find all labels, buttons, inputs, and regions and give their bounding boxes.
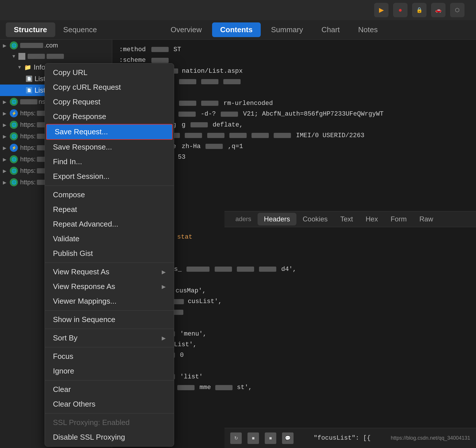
tab-contents[interactable]: Contents	[212, 22, 261, 37]
submenu-arrow: ▶	[162, 269, 166, 275]
json-bottom-text: "focusList": [{	[314, 434, 371, 442]
tab-overview[interactable]: Overview	[163, 22, 210, 37]
menu-disable-ssl[interactable]: Disable SSL Proxying	[45, 430, 174, 445]
tab-headers-active[interactable]: Headers	[258, 213, 296, 225]
submenu-arrow: ▶	[162, 335, 166, 341]
list-item[interactable]: ▼	[0, 51, 112, 62]
menu-copy-response[interactable]: Copy Response	[45, 109, 174, 124]
tab-hex[interactable]: Hex	[359, 213, 384, 225]
blue-icon: ⚡	[10, 109, 18, 117]
menu-separator	[45, 185, 174, 186]
globe-icon: 🌐	[10, 41, 18, 49]
blue-icon: ⚡	[10, 144, 18, 152]
tab-text[interactable]: Text	[334, 213, 359, 225]
menu-compose[interactable]: Compose	[45, 187, 174, 202]
bottom-icons: ↻ ■ ■ 💬	[230, 432, 294, 444]
tab-cookies[interactable]: Cookies	[296, 213, 334, 225]
folder-icon	[18, 53, 25, 60]
menu-view-request-as[interactable]: View Request As ▶	[45, 265, 174, 279]
globe-icon: 🌐	[10, 155, 18, 163]
menu-clear-others[interactable]: Clear Others	[45, 397, 174, 411]
tab-sequence[interactable]: Sequence	[55, 22, 105, 37]
sub-tabbar: aders Headers Cookies Text Hex Form Raw	[224, 211, 476, 227]
menu-validate[interactable]: Validate	[45, 231, 174, 246]
menu-repeat-advanced[interactable]: Repeat Advanced...	[45, 217, 174, 231]
menu-repeat[interactable]: Repeat	[45, 202, 174, 217]
menu-separator	[45, 329, 174, 329]
globe-icon: 🌐	[10, 132, 18, 140]
main-tabbar: Structure Sequence Overview Contents Sum…	[0, 20, 476, 40]
comment-icon[interactable]: 💬	[282, 432, 294, 444]
url-bar: https://blog.csdn.net/qq_34004131	[391, 435, 470, 441]
menu-sort-by[interactable]: Sort By ▶	[45, 331, 174, 345]
car-button[interactable]: 🚗	[431, 3, 445, 17]
menu-show-in-sequence[interactable]: Show in Sequence	[45, 312, 174, 327]
menu-copy-request[interactable]: Copy Request	[45, 95, 174, 109]
doc-icon: 📄	[26, 76, 32, 82]
list-item[interactable]: ▶ 🌐 .com	[0, 40, 112, 51]
titlebar: ▶ ● 🔒 🚗 ⬡	[0, 0, 476, 20]
tab-raw[interactable]: Raw	[413, 213, 439, 225]
menu-save-response[interactable]: Save Response...	[45, 140, 174, 154]
menu-separator	[45, 263, 174, 263]
menu-view-response-as[interactable]: View Response As ▶	[45, 279, 174, 294]
menu-ssl-proxying: SSL Proxying: Enabled	[45, 415, 174, 430]
menu-separator	[45, 380, 174, 380]
doc-icon: 📄	[26, 87, 32, 93]
folder-icon: 📁	[24, 64, 31, 71]
menu-find-in[interactable]: Find In...	[45, 154, 174, 169]
menu-publish-gist[interactable]: Publish Gist	[45, 246, 174, 261]
menu-separator	[45, 310, 174, 311]
pause-icon[interactable]: ■	[265, 432, 276, 444]
menu-export-session[interactable]: Export Session...	[45, 169, 174, 184]
menu-separator	[45, 413, 174, 413]
play-button[interactable]: ▶	[374, 3, 389, 17]
globe-icon: 🌐	[10, 178, 18, 186]
menu-ignore[interactable]: Ignore	[45, 364, 174, 378]
menu-save-request[interactable]: Save Request...	[46, 124, 173, 140]
stop-icon[interactable]: ■	[247, 432, 259, 444]
menu-separator	[45, 347, 174, 347]
menu-clear[interactable]: Clear	[45, 382, 174, 397]
menu-copy-url[interactable]: Copy URL	[45, 65, 174, 80]
tab-summary[interactable]: Summary	[263, 22, 311, 37]
submenu-arrow: ▶	[162, 284, 166, 290]
refresh-icon[interactable]: ↻	[230, 432, 242, 444]
hex-button[interactable]: ⬡	[450, 3, 464, 17]
menu-focus[interactable]: Focus	[45, 349, 174, 364]
tab-form[interactable]: Form	[384, 213, 413, 225]
globe-icon: 🌐	[10, 167, 18, 175]
bottom-bar: ↻ ■ ■ 💬 "focusList": [{ https://blog.csd…	[224, 428, 476, 448]
context-menu: Copy URL Copy cURL Request Copy Request …	[45, 63, 174, 447]
globe-icon: 🌐	[10, 121, 18, 129]
lock-button[interactable]: 🔒	[412, 3, 427, 17]
tab-headers[interactable]: aders	[229, 213, 258, 225]
tab-notes[interactable]: Notes	[350, 22, 386, 37]
tab-chart[interactable]: Chart	[313, 22, 348, 37]
menu-copy-curl[interactable]: Copy cURL Request	[45, 80, 174, 95]
globe-icon: 🌐	[10, 98, 18, 106]
record-button[interactable]: ●	[393, 3, 408, 17]
menu-viewer-mappings[interactable]: Viewer Mappings...	[45, 294, 174, 309]
tab-structure[interactable]: Structure	[6, 22, 55, 37]
